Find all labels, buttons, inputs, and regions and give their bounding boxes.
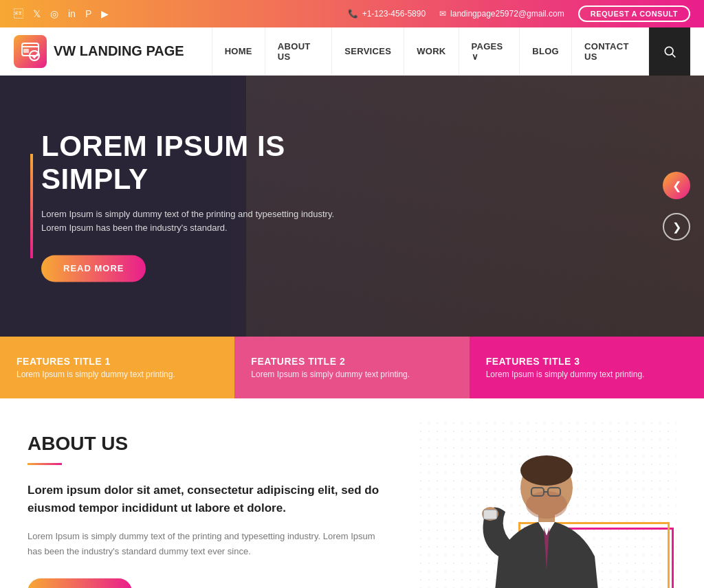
svg-rect-2 (23, 49, 29, 53)
logo: VW LANDING PAGE (14, 35, 184, 68)
about-lead: Lorem ipsum dolor sit amet, consectetur … (28, 482, 389, 517)
nav-links: HOME ABOUT US SERVICES WORK PAGES ∨ BLOG… (212, 27, 649, 76)
logo-icon (14, 35, 47, 68)
feature-title-3: FEATURES TITLE 3 (486, 356, 688, 367)
about-content: ABOUT US Lorem ipsum dolor sit amet, con… (28, 433, 417, 588)
twitter-icon[interactable]: 𝕏 (33, 8, 41, 19)
feature-title-1: FEATURES TITLE 1 (16, 356, 218, 367)
instagram-icon[interactable]: ◎ (50, 8, 58, 19)
feature-desc-2: Lorem Ipsum is simply dummy text printin… (251, 370, 452, 379)
hero-title: LOREM IPSUM IS SIMPLY (41, 130, 399, 196)
hero-content: LOREM IPSUM IS SIMPLY Lorem Ipsum is sim… (41, 130, 399, 282)
feature-desc-3: Lorem Ipsum is simply dummy text printin… (486, 370, 688, 379)
hero-prev-button[interactable]: ❮ (663, 172, 690, 199)
email-address: landingpage25972@gmail.com (450, 9, 564, 19)
top-bar-right: 📞 +1-123-456-5890 ✉ landingpage25972@gma… (348, 5, 690, 22)
nav-work[interactable]: WORK (404, 27, 459, 76)
nav-contact[interactable]: CONTACT US (572, 27, 649, 76)
phone-icon: 📞 (348, 9, 358, 19)
youtube-icon[interactable]: ▶ (101, 8, 109, 19)
features-section: FEATURES TITLE 1 Lorem Ipsum is simply d… (0, 337, 704, 398)
search-button[interactable] (649, 27, 690, 76)
feature-item-3: FEATURES TITLE 3 Lorem Ipsum is simply d… (470, 337, 704, 398)
nav-home[interactable]: HOME (212, 27, 265, 76)
about-section: ABOUT US Lorem ipsum dolor sit amet, con… (0, 398, 704, 588)
main-nav: VW LANDING PAGE HOME ABOUT US SERVICES W… (0, 27, 704, 76)
nav-services[interactable]: SERVICES (332, 27, 404, 76)
hero-section: LOREM IPSUM IS SIMPLY Lorem Ipsum is sim… (0, 76, 704, 337)
hero-next-button[interactable]: ❯ (663, 213, 690, 240)
nav-about[interactable]: ABOUT US (265, 27, 332, 76)
email-info: ✉ landingpage25972@gmail.com (439, 9, 564, 19)
logo-text: VW LANDING PAGE (54, 43, 184, 59)
nav-blog[interactable]: BLOG (520, 27, 572, 76)
svg-point-4 (665, 47, 673, 55)
about-underline (28, 463, 62, 465)
about-read-more-button[interactable]: READ MORE (28, 578, 132, 588)
feature-desc-1: Lorem Ipsum is simply dummy text printin… (16, 370, 218, 379)
social-links:  𝕏 ◎ in P ▶ (14, 8, 109, 19)
svg-rect-13 (483, 510, 497, 519)
feature-title-2: FEATURES TITLE 2 (251, 356, 452, 367)
hero-accent-bar (30, 154, 33, 258)
linkedin-icon[interactable]: in (68, 8, 76, 19)
feature-item-1: FEATURES TITLE 1 Lorem Ipsum is simply d… (0, 337, 234, 398)
person-figure (464, 433, 629, 588)
email-icon: ✉ (439, 9, 446, 19)
svg-point-8 (520, 455, 573, 486)
top-bar:  𝕏 ◎ in P ▶ 📞 +1-123-456-5890 ✉ landing… (0, 0, 704, 27)
hero-read-more-button[interactable]: READ MORE (41, 256, 146, 282)
pinterest-icon[interactable]: P (85, 8, 91, 19)
about-image-area (417, 433, 676, 588)
phone-info: 📞 +1-123-456-5890 (348, 9, 426, 19)
request-consult-button[interactable]: REQUEST A CONSULT (578, 5, 690, 22)
phone-number: +1-123-456-5890 (362, 9, 426, 19)
about-body: Lorem Ipsum is simply dummy text of the … (28, 529, 389, 559)
svg-line-5 (672, 54, 676, 57)
about-title: ABOUT US (28, 433, 389, 455)
facebook-icon[interactable]:  (14, 8, 23, 19)
hero-subtitle: Lorem Ipsum is simply dummy text of the … (41, 207, 399, 236)
nav-pages[interactable]: PAGES ∨ (459, 27, 520, 76)
feature-item-2: FEATURES TITLE 2 Lorem Ipsum is simply d… (234, 337, 469, 398)
